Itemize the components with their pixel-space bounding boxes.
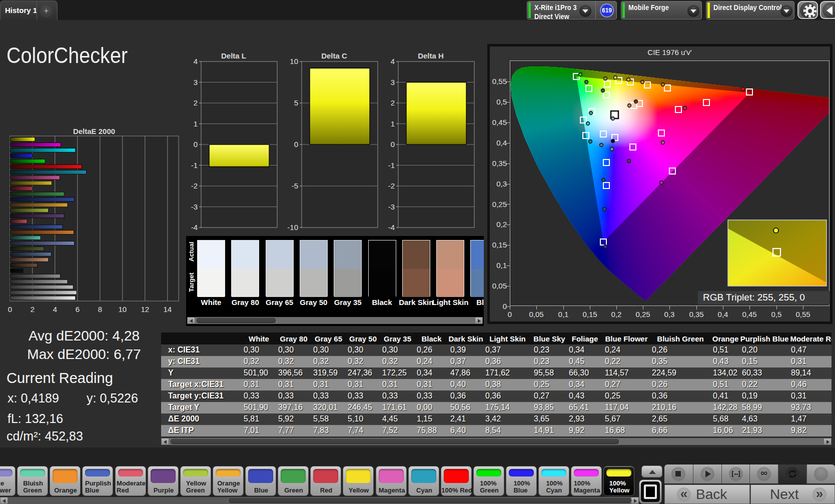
svg-text:-1: -1 [191,161,198,170]
svg-text:-2: -2 [388,182,395,190]
svg-text:-5: -5 [292,182,298,190]
svg-text:6: 6 [76,305,80,314]
svg-text:-4: -4 [388,223,395,232]
svg-text:-2: -2 [191,182,198,190]
svg-text:1: 1 [194,120,198,128]
svg-text:14: 14 [163,305,172,314]
svg-text:0: 0 [194,140,198,148]
svg-text:10: 10 [118,305,127,314]
svg-text:12: 12 [141,305,149,314]
svg-text:Delta L: Delta L [221,52,246,60]
svg-text:4: 4 [194,57,198,66]
svg-text:DeltaE 2000: DeltaE 2000 [73,127,115,136]
svg-text:2: 2 [194,98,198,107]
svg-text:-4: -4 [191,223,198,232]
svg-text:0: 0 [8,305,12,314]
svg-text:2: 2 [391,98,395,107]
svg-text:0: 0 [391,140,395,148]
svg-text:3: 3 [194,78,198,86]
svg-text:-3: -3 [191,202,198,211]
svg-text:Delta H: Delta H [418,52,444,60]
svg-text:-1: -1 [388,161,395,170]
svg-text:10: 10 [290,57,298,66]
svg-text:8: 8 [98,305,102,314]
svg-text:-3: -3 [388,202,395,211]
svg-text:0: 0 [294,140,298,148]
svg-text:5: 5 [294,98,298,107]
svg-text:4: 4 [391,57,395,66]
svg-text:2: 2 [31,305,35,314]
svg-text:3: 3 [391,78,395,86]
svg-text:1: 1 [391,120,395,128]
svg-text:Delta C: Delta C [321,52,347,60]
svg-text:4: 4 [53,305,57,314]
svg-text:-10: -10 [287,223,298,232]
